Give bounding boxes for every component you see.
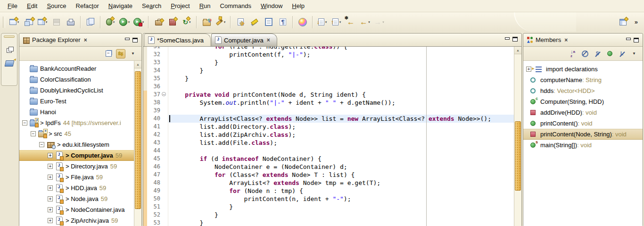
tree-item[interactable]: +J> Computer.java59	[19, 150, 134, 161]
expand-toggle-icon[interactable]: +	[48, 207, 53, 212]
code-line[interactable]: 49 for (Node n : tmp) {	[143, 187, 514, 195]
member-item[interactable]: printContent() : void	[523, 118, 643, 129]
fold-column[interactable]	[161, 67, 168, 75]
fold-column[interactable]	[161, 59, 168, 67]
tab-members[interactable]: Members ×	[525, 33, 571, 46]
maximize-button[interactable]	[132, 38, 138, 42]
dropdown-arrow-icon[interactable]: ▾	[113, 20, 115, 24]
prev-annotation-button[interactable]: ↑▾	[330, 17, 343, 28]
fast-view-grip[interactable]	[4, 35, 15, 38]
scrollbar-thumb[interactable]	[135, 71, 141, 209]
code-line[interactable]: 42 list.add(ZipArchiv.class);	[143, 131, 514, 139]
code-line[interactable]: 36	[143, 83, 514, 91]
member-item[interactable]: printContent(Node, String) : void	[523, 129, 643, 140]
tree-item[interactable]: −> edu.kit.filesystem	[19, 139, 134, 150]
tree-item[interactable]: +J> Node.java59	[19, 193, 134, 204]
code-text[interactable]: System.out.println("|-" + ident + " " + …	[168, 99, 514, 107]
fold-column[interactable]	[161, 203, 168, 211]
code-line[interactable]: 44	[143, 147, 514, 155]
menu-search[interactable]: Search	[137, 1, 166, 11]
view-menu-button[interactable]: ▼	[128, 49, 138, 59]
member-item[interactable]: computerName : String	[523, 75, 643, 85]
fold-column[interactable]	[161, 75, 168, 83]
print-button[interactable]	[64, 17, 77, 28]
code-text[interactable]: for (File f : hdd.get(File.class)) {	[168, 47, 514, 50]
editor-scrollbar[interactable]: ▲	[514, 47, 521, 226]
close-icon[interactable]: ×	[266, 37, 270, 43]
show-public-button[interactable]	[605, 49, 614, 59]
menu-window[interactable]: Window	[256, 1, 287, 11]
dropdown-arrow-icon[interactable]: ▾	[224, 20, 226, 24]
refresh-wizard-button[interactable]: ↻▾	[180, 17, 193, 28]
save-button[interactable]	[50, 17, 63, 28]
member-item[interactable]: smain(String[]) : void	[523, 140, 643, 151]
code-text[interactable]: for (Node n : tmp) {	[168, 187, 514, 195]
fold-column[interactable]	[161, 139, 168, 147]
line-number[interactable]: 49	[147, 187, 161, 195]
code-text[interactable]: printContent(n, ident + "-");	[168, 195, 514, 203]
code-text[interactable]: printContent(f, "|-");	[168, 50, 514, 59]
new-view-button[interactable]: ▾	[36, 17, 49, 28]
code-text[interactable]: }	[168, 75, 514, 83]
dropdown-arrow-icon[interactable]: ▾	[189, 20, 191, 24]
code-text[interactable]: }	[168, 59, 514, 67]
fold-column[interactable]	[161, 179, 168, 187]
code-text[interactable]: ArrayList<? extends Node> tmp = e.get(T)…	[168, 179, 514, 187]
code-text[interactable]: private void printContent(Node d, String…	[168, 91, 514, 99]
dropdown-arrow-icon[interactable]: ▾	[17, 20, 19, 24]
dropdown-arrow-icon[interactable]: ▾	[128, 20, 130, 24]
hide-local-types-button[interactable]: L	[617, 49, 627, 59]
line-number[interactable]: 48	[147, 179, 161, 187]
dropdown-arrow-icon[interactable]: ▾	[368, 20, 370, 24]
expand-toggle-icon[interactable]: +	[48, 196, 53, 201]
code-text[interactable]: }	[168, 211, 514, 219]
expand-toggle-icon[interactable]: +	[48, 185, 53, 191]
menu-file[interactable]: File	[3, 1, 22, 11]
code-line[interactable]: 43 list.add(File.class);	[143, 139, 514, 147]
code-text[interactable]	[168, 147, 514, 155]
fold-collapse-icon[interactable]: −	[162, 92, 166, 96]
dropdown-arrow-icon[interactable]: ▾	[339, 20, 341, 24]
forward-button[interactable]: →▾	[372, 17, 386, 28]
code-text[interactable]: NodeContainer e = (NodeContainer) d;	[168, 163, 514, 171]
member-item[interactable]: cComputer(String, HDD)	[523, 96, 643, 107]
mark-occurrences-button[interactable]	[248, 17, 261, 28]
tree-item[interactable]: +Euro-Test	[19, 96, 134, 107]
tree-item[interactable]: +J> ZipArchiv.java59	[19, 215, 134, 226]
expand-toggle-icon[interactable]: +	[48, 164, 53, 169]
fold-column[interactable]	[161, 195, 168, 203]
tab-package-explorer[interactable]: Package Explorer ×	[21, 33, 91, 46]
maximize-button[interactable]	[512, 37, 518, 42]
line-number[interactable]: 34	[147, 67, 161, 75]
tree-item[interactable]: −+> src45	[19, 128, 134, 139]
scrollbar-thumb[interactable]	[515, 121, 521, 191]
fold-column[interactable]	[161, 47, 168, 50]
code-line[interactable]: 37− private void printContent(Node d, St…	[143, 91, 514, 99]
line-number[interactable]: 51	[147, 203, 161, 211]
fold-column[interactable]	[161, 131, 168, 139]
expand-toggle-icon[interactable]: +	[526, 67, 531, 72]
new-toolbox-button[interactable]	[152, 17, 165, 28]
line-number[interactable]: 36	[147, 83, 161, 91]
tree-item[interactable]: +BankAccountReader	[19, 63, 134, 74]
expand-toggle-icon[interactable]: −	[22, 120, 27, 126]
code-editor[interactable]: 31 for (File f : hdd.get(File.class)) {3…	[143, 47, 521, 226]
code-text[interactable]: ArrayList<Class<? extends Node>> list = …	[168, 115, 514, 123]
back-button[interactable]: ←▾	[358, 17, 372, 28]
line-number[interactable]: 33	[147, 59, 161, 67]
line-number[interactable]: 47	[147, 171, 161, 179]
last-edit-location-button[interactable]: ←✱	[344, 17, 357, 28]
dropdown-arrow-icon[interactable]: ▾	[382, 20, 384, 24]
minimize-button[interactable]	[125, 38, 130, 40]
new-wizard-button[interactable]: ▾	[8, 17, 21, 28]
fold-column[interactable]	[161, 163, 168, 171]
expand-toggle-icon[interactable]: +	[48, 175, 53, 180]
code-text[interactable]: for (Class<? extends Node> T : list) {	[168, 171, 514, 179]
code-line[interactable]: 46 NodeContainer e = (NodeContainer) d;	[143, 163, 514, 171]
code-line[interactable]: 48 ArrayList<? extends Node> tmp = e.get…	[143, 179, 514, 187]
tree-item[interactable]: +J> NodeContainer.java	[19, 204, 134, 215]
fold-column[interactable]	[161, 171, 168, 179]
expand-toggle-icon[interactable]: −	[31, 131, 36, 136]
editor-tab-computer-java[interactable]: Computer.java×	[211, 33, 277, 46]
menu-project[interactable]: Project	[166, 1, 194, 11]
